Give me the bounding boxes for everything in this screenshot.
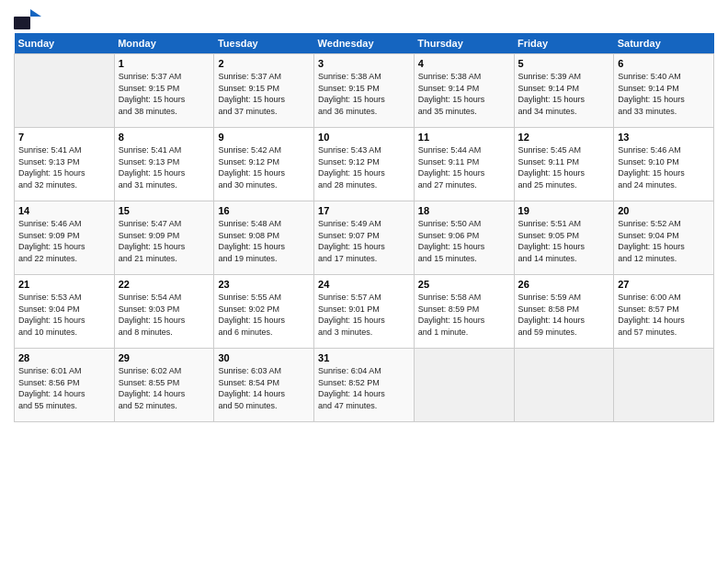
calendar-cell: 28Sunrise: 6:01 AMSunset: 8:56 PMDayligh…: [15, 349, 115, 422]
weekday-row: SundayMondayTuesdayWednesdayThursdayFrid…: [15, 33, 714, 54]
day-info: Sunrise: 5:47 AMSunset: 9:09 PMDaylight:…: [119, 218, 210, 264]
day-number: 5: [518, 58, 610, 69]
day-number: 20: [618, 205, 710, 216]
day-info: Sunrise: 5:49 AMSunset: 9:07 PMDaylight:…: [318, 218, 410, 264]
calendar-cell: 11Sunrise: 5:44 AMSunset: 9:11 PMDayligh…: [414, 128, 514, 201]
day-info: Sunrise: 5:43 AMSunset: 9:12 PMDaylight:…: [318, 144, 410, 190]
calendar-cell: 29Sunrise: 6:02 AMSunset: 8:55 PMDayligh…: [114, 349, 214, 422]
day-number: 22: [119, 279, 210, 290]
calendar-cell: 1Sunrise: 5:37 AMSunset: 9:15 PMDaylight…: [114, 54, 214, 128]
calendar-cell: 3Sunrise: 5:38 AMSunset: 9:15 PMDaylight…: [314, 54, 415, 128]
day-info: Sunrise: 5:37 AMSunset: 9:15 PMDaylight:…: [119, 71, 210, 117]
calendar-cell: 8Sunrise: 5:41 AMSunset: 9:13 PMDaylight…: [114, 128, 214, 201]
day-number: 26: [518, 279, 610, 290]
calendar-cell: 27Sunrise: 6:00 AMSunset: 8:57 PMDayligh…: [614, 275, 714, 349]
day-number: 6: [618, 58, 710, 69]
weekday-header: Wednesday: [314, 33, 415, 54]
weekday-header: Tuesday: [214, 33, 314, 54]
logo-icon: [14, 9, 41, 29]
calendar-cell: 19Sunrise: 5:51 AMSunset: 9:05 PMDayligh…: [514, 201, 614, 275]
calendar-cell: 6Sunrise: 5:40 AMSunset: 9:14 PMDaylight…: [614, 54, 714, 128]
day-info: Sunrise: 5:40 AMSunset: 9:14 PMDaylight:…: [618, 71, 710, 117]
day-number: 3: [318, 58, 410, 69]
calendar-cell: [15, 54, 115, 128]
calendar-week-row: 1Sunrise: 5:37 AMSunset: 9:15 PMDaylight…: [15, 54, 714, 128]
day-info: Sunrise: 5:51 AMSunset: 9:05 PMDaylight:…: [518, 218, 610, 264]
day-info: Sunrise: 5:45 AMSunset: 9:11 PMDaylight:…: [518, 144, 610, 190]
day-info: Sunrise: 5:59 AMSunset: 8:58 PMDaylight:…: [518, 292, 610, 338]
calendar-cell: 26Sunrise: 5:59 AMSunset: 8:58 PMDayligh…: [514, 275, 614, 349]
day-info: Sunrise: 5:46 AMSunset: 9:10 PMDaylight:…: [618, 144, 710, 190]
day-number: 31: [318, 352, 410, 363]
day-number: 13: [618, 132, 710, 143]
day-info: Sunrise: 5:38 AMSunset: 9:15 PMDaylight:…: [318, 71, 410, 117]
day-number: 12: [518, 132, 610, 143]
calendar-cell: 5Sunrise: 5:39 AMSunset: 9:14 PMDaylight…: [514, 54, 614, 128]
calendar-cell: 22Sunrise: 5:54 AMSunset: 9:03 PMDayligh…: [114, 275, 214, 349]
calendar-cell: 10Sunrise: 5:43 AMSunset: 9:12 PMDayligh…: [314, 128, 415, 201]
calendar-cell: [614, 349, 714, 422]
calendar-cell: 18Sunrise: 5:50 AMSunset: 9:06 PMDayligh…: [414, 201, 514, 275]
calendar-cell: 2Sunrise: 5:37 AMSunset: 9:15 PMDaylight…: [214, 54, 314, 128]
day-number: 11: [418, 132, 510, 143]
day-number: 25: [418, 279, 510, 290]
day-number: 30: [218, 352, 310, 363]
calendar-cell: 7Sunrise: 5:41 AMSunset: 9:13 PMDaylight…: [15, 128, 115, 201]
weekday-header: Thursday: [414, 33, 514, 54]
calendar-cell: 9Sunrise: 5:42 AMSunset: 9:12 PMDaylight…: [214, 128, 314, 201]
page-container: SundayMondayTuesdayWednesdayThursdayFrid…: [0, 0, 728, 431]
day-number: 15: [119, 205, 210, 216]
day-info: Sunrise: 5:38 AMSunset: 9:14 PMDaylight:…: [418, 71, 510, 117]
day-info: Sunrise: 5:53 AMSunset: 9:04 PMDaylight:…: [18, 292, 110, 338]
calendar-week-row: 14Sunrise: 5:46 AMSunset: 9:09 PMDayligh…: [15, 201, 714, 275]
day-number: 4: [418, 58, 510, 69]
calendar-cell: 25Sunrise: 5:58 AMSunset: 8:59 PMDayligh…: [414, 275, 514, 349]
day-number: 16: [218, 205, 310, 216]
day-number: 29: [119, 352, 210, 363]
calendar-cell: 15Sunrise: 5:47 AMSunset: 9:09 PMDayligh…: [114, 201, 214, 275]
day-number: 2: [218, 58, 310, 69]
day-info: Sunrise: 5:46 AMSunset: 9:09 PMDaylight:…: [18, 218, 110, 264]
calendar-cell: 16Sunrise: 5:48 AMSunset: 9:08 PMDayligh…: [214, 201, 314, 275]
day-info: Sunrise: 5:58 AMSunset: 8:59 PMDaylight:…: [418, 292, 510, 338]
day-info: Sunrise: 6:04 AMSunset: 8:52 PMDaylight:…: [318, 365, 410, 411]
day-info: Sunrise: 6:02 AMSunset: 8:55 PMDaylight:…: [119, 365, 210, 411]
day-info: Sunrise: 5:55 AMSunset: 9:02 PMDaylight:…: [218, 292, 310, 338]
day-info: Sunrise: 5:44 AMSunset: 9:11 PMDaylight:…: [418, 144, 510, 190]
svg-marker-1: [30, 9, 41, 17]
calendar-cell: 12Sunrise: 5:45 AMSunset: 9:11 PMDayligh…: [514, 128, 614, 201]
weekday-header: Friday: [514, 33, 614, 54]
day-number: 10: [318, 132, 410, 143]
weekday-header: Monday: [114, 33, 214, 54]
calendar-cell: [514, 349, 614, 422]
calendar-cell: 23Sunrise: 5:55 AMSunset: 9:02 PMDayligh…: [214, 275, 314, 349]
svg-rect-0: [14, 17, 30, 29]
calendar-cell: 21Sunrise: 5:53 AMSunset: 9:04 PMDayligh…: [15, 275, 115, 349]
header: [14, 9, 714, 29]
day-number: 1: [119, 58, 210, 69]
day-info: Sunrise: 6:03 AMSunset: 8:54 PMDaylight:…: [218, 365, 310, 411]
day-number: 23: [218, 279, 310, 290]
logo: [14, 9, 41, 29]
day-number: 8: [119, 132, 210, 143]
calendar-cell: 13Sunrise: 5:46 AMSunset: 9:10 PMDayligh…: [614, 128, 714, 201]
calendar-cell: 14Sunrise: 5:46 AMSunset: 9:09 PMDayligh…: [15, 201, 115, 275]
day-info: Sunrise: 5:42 AMSunset: 9:12 PMDaylight:…: [218, 144, 310, 190]
day-number: 21: [18, 279, 110, 290]
day-number: 17: [318, 205, 410, 216]
day-info: Sunrise: 5:50 AMSunset: 9:06 PMDaylight:…: [418, 218, 510, 264]
day-number: 24: [318, 279, 410, 290]
calendar-cell: 4Sunrise: 5:38 AMSunset: 9:14 PMDaylight…: [414, 54, 514, 128]
calendar-cell: 17Sunrise: 5:49 AMSunset: 9:07 PMDayligh…: [314, 201, 415, 275]
day-number: 27: [618, 279, 710, 290]
day-info: Sunrise: 5:52 AMSunset: 9:04 PMDaylight:…: [618, 218, 710, 264]
weekday-header: Sunday: [15, 33, 115, 54]
calendar-cell: 20Sunrise: 5:52 AMSunset: 9:04 PMDayligh…: [614, 201, 714, 275]
calendar-table: SundayMondayTuesdayWednesdayThursdayFrid…: [14, 33, 714, 422]
day-number: 9: [218, 132, 310, 143]
day-info: Sunrise: 6:01 AMSunset: 8:56 PMDaylight:…: [18, 365, 110, 411]
day-info: Sunrise: 6:00 AMSunset: 8:57 PMDaylight:…: [618, 292, 710, 338]
day-info: Sunrise: 5:37 AMSunset: 9:15 PMDaylight:…: [218, 71, 310, 117]
calendar-week-row: 21Sunrise: 5:53 AMSunset: 9:04 PMDayligh…: [15, 275, 714, 349]
day-info: Sunrise: 5:41 AMSunset: 9:13 PMDaylight:…: [119, 144, 210, 190]
